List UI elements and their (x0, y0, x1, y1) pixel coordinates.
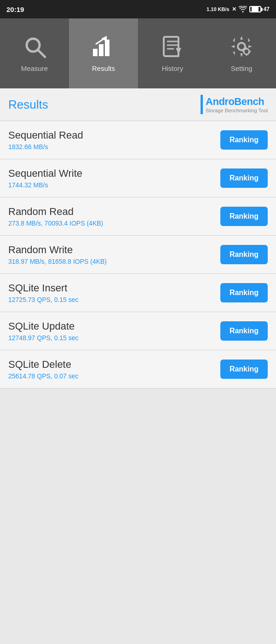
bench-info-1: Sequential Write 1744.32 MB/s (8, 168, 82, 189)
svg-rect-4 (105, 40, 109, 56)
kbps-display: 1.10 KB/s (207, 6, 230, 12)
nav-tabs: Measure Results (0, 18, 276, 88)
results-header: Results AndroBench Storage Benchmarking … (0, 88, 276, 121)
bench-row-6: SQLite Delete 25614.78 QPS, 0.07 sec Ran… (0, 350, 276, 389)
bench-value-4: 12725.73 QPS, 0.15 sec (8, 296, 79, 303)
brand-name-part2: Bench (234, 96, 264, 107)
brand-subtitle: Storage Benchmarking Tool (206, 108, 268, 113)
time-display: 20:19 (6, 6, 24, 13)
measure-icon (23, 35, 46, 61)
benchmark-list: Sequential Read 1832.66 MB/s Ranking Seq… (0, 121, 276, 389)
bench-info-2: Random Read 273.8 MB/s, 70093.4 IOPS (4K… (8, 206, 103, 227)
brand-logo: AndroBench Storage Benchmarking Tool (201, 95, 268, 114)
ranking-button-4[interactable]: Ranking (220, 283, 268, 302)
battery-icon (249, 6, 261, 12)
brand-bar-decoration (201, 95, 203, 114)
brand-name: AndroBench (206, 96, 268, 108)
bench-value-3: 318.97 MB/s, 81658.8 IOPS (4KB) (8, 258, 107, 265)
bench-row-1: Sequential Write 1744.32 MB/s Ranking (0, 159, 276, 197)
bench-info-5: SQLite Update 12748.97 QPS, 0.15 sec (8, 320, 79, 342)
bench-name-3: Random Write (8, 244, 107, 256)
ranking-button-1[interactable]: Ranking (220, 168, 268, 188)
tab-setting-label: Setting (231, 64, 253, 72)
tab-measure-label: Measure (21, 64, 48, 72)
bench-row-4: SQLite Insert 12725.73 QPS, 0.15 sec Ran… (0, 274, 276, 312)
tab-setting[interactable]: Setting (207, 18, 276, 88)
results-page-title: Results (8, 98, 48, 112)
bench-name-4: SQLite Insert (8, 282, 79, 294)
bottom-area (0, 389, 276, 550)
ranking-button-3[interactable]: Ranking (220, 245, 268, 264)
bench-info-0: Sequential Read 1832.66 MB/s (8, 129, 83, 151)
bench-row-5: SQLite Update 12748.97 QPS, 0.15 sec Ran… (0, 312, 276, 350)
status-bar: 20:19 1.10 KB/s ✕ 47 (0, 0, 276, 18)
tab-history-label: History (162, 64, 184, 72)
bench-info-3: Random Write 318.97 MB/s, 81658.8 IOPS (… (8, 244, 107, 265)
bench-name-6: SQLite Delete (8, 359, 79, 371)
tab-measure[interactable]: Measure (0, 18, 69, 88)
tab-results-label: Results (92, 64, 115, 72)
bench-value-0: 1832.66 MB/s (8, 143, 83, 151)
ranking-button-2[interactable]: Ranking (220, 207, 268, 226)
signal-icon: ✕ (232, 6, 236, 12)
bench-value-6: 25614.78 QPS, 0.07 sec (8, 372, 79, 380)
svg-point-12 (238, 43, 245, 50)
battery-percent: 47 (264, 6, 270, 12)
bench-name-5: SQLite Update (8, 320, 79, 332)
bench-row-0: Sequential Read 1832.66 MB/s Ranking (0, 121, 276, 159)
bench-name-0: Sequential Read (8, 129, 83, 141)
svg-rect-3 (99, 44, 104, 56)
tab-history[interactable]: History (138, 18, 207, 88)
bench-info-4: SQLite Insert 12725.73 QPS, 0.15 sec (8, 282, 79, 303)
bench-value-2: 273.8 MB/s, 70093.4 IOPS (4KB) (8, 220, 103, 227)
bench-value-5: 12748.97 QPS, 0.15 sec (8, 334, 79, 342)
brand-name-part1: Andro (206, 96, 234, 107)
svg-line-1 (38, 50, 45, 57)
history-icon (161, 35, 184, 61)
bench-row-2: Random Read 273.8 MB/s, 70093.4 IOPS (4K… (0, 197, 276, 236)
ranking-button-6[interactable]: Ranking (220, 360, 268, 379)
results-icon (92, 35, 115, 61)
bench-name-1: Sequential Write (8, 168, 82, 180)
bench-name-2: Random Read (8, 206, 103, 218)
setting-icon (230, 35, 253, 61)
svg-rect-2 (93, 49, 98, 56)
wifi-icon (239, 6, 247, 12)
bench-row-3: Random Write 318.97 MB/s, 81658.8 IOPS (… (0, 236, 276, 274)
brand-text: AndroBench Storage Benchmarking Tool (206, 96, 268, 113)
svg-rect-6 (164, 37, 178, 56)
bench-info-6: SQLite Delete 25614.78 QPS, 0.07 sec (8, 359, 79, 380)
tab-results[interactable]: Results (69, 18, 138, 88)
ranking-button-0[interactable]: Ranking (220, 130, 268, 150)
ranking-button-5[interactable]: Ranking (220, 321, 268, 341)
bench-value-1: 1744.32 MB/s (8, 181, 82, 189)
status-icons: 1.10 KB/s ✕ 47 (207, 6, 270, 12)
